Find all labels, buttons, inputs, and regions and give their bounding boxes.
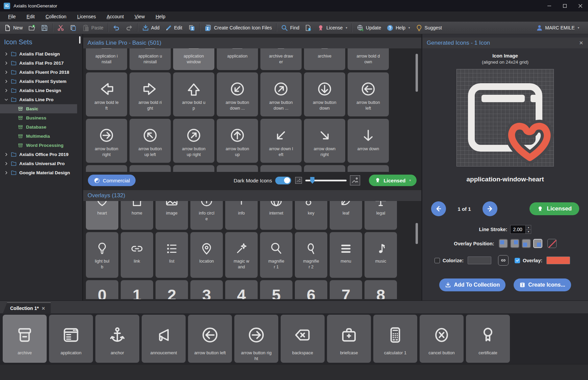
menu-item[interactable]: Account — [101, 12, 129, 21]
icon-tile[interactable] — [304, 165, 345, 172]
icon-tile[interactable]: arrow down — [348, 119, 389, 163]
icon-tile[interactable]: arrow bold left — [86, 72, 127, 116]
update-button[interactable]: Update — [354, 23, 384, 33]
collection-icon-tile[interactable]: anchor — [95, 315, 139, 363]
close-button[interactable] — [572, 0, 588, 12]
licensed-button[interactable]: Licensed — [530, 202, 579, 215]
overlay-number-tile[interactable]: 2 — [156, 280, 188, 299]
line-stroke-stepper[interactable]: ▲▼ — [525, 225, 531, 233]
overlay-position-bottom-left-button[interactable] — [522, 239, 531, 248]
cut-button[interactable] — [54, 23, 67, 33]
icon-tile[interactable]: archive drawer — [260, 48, 302, 70]
icon-grid-viewport[interactable]: application install application uninstal… — [83, 48, 421, 172]
icon-tile[interactable]: arrow down left — [260, 119, 302, 163]
menu-item[interactable]: Licenses — [72, 12, 101, 21]
overlay-position-top-left-button[interactable] — [499, 239, 508, 248]
menu-item[interactable]: Help — [150, 12, 171, 21]
menu-item[interactable]: File — [3, 12, 21, 21]
overlay-number-tile[interactable]: 1 — [121, 280, 153, 299]
license-button[interactable]: License▾ — [314, 23, 350, 33]
sidebar-item[interactable]: Word Processing — [0, 141, 77, 150]
link-colors-button[interactable] — [498, 255, 509, 266]
overlay-tile[interactable]: home — [121, 201, 153, 230]
overlays-grid-viewport[interactable]: heart home image info circle info intern… — [83, 201, 421, 299]
dark-mode-toggle[interactable] — [275, 177, 291, 184]
icon-size-slider[interactable] — [305, 177, 347, 184]
icon-tile[interactable]: arrow button up left — [130, 119, 171, 163]
overlay-number-tile[interactable]: 6 — [295, 280, 327, 299]
sidebar-item[interactable]: Google Material Design — [0, 168, 77, 177]
icon-tile[interactable]: arrow button left — [348, 72, 389, 116]
next-icon-button[interactable] — [483, 201, 497, 216]
undo-button[interactable] — [110, 23, 123, 33]
tab-close-icon[interactable]: ✕ — [42, 306, 45, 311]
copy-button[interactable] — [67, 23, 79, 33]
prev-icon-button[interactable] — [431, 201, 446, 216]
icon-tile[interactable] — [173, 165, 214, 172]
redo-button[interactable] — [123, 23, 136, 33]
overlay-checkbox[interactable] — [515, 258, 520, 263]
collection-icon-tile[interactable]: briefcase — [327, 315, 371, 363]
save-button[interactable] — [38, 23, 51, 33]
duplicate-button[interactable] — [185, 23, 198, 33]
overlay-tile[interactable]: link — [121, 232, 153, 278]
add-to-collection-button[interactable]: Add To Collection — [439, 278, 505, 291]
colorize-checkbox[interactable] — [434, 258, 440, 263]
paste-button[interactable]: Paste — [79, 23, 106, 33]
new-button[interactable]: New — [1, 23, 25, 33]
sidebar-item[interactable]: Business — [0, 113, 77, 122]
icon-tile[interactable] — [348, 165, 389, 172]
sidebar-item[interactable]: Axialis Flat Design — [0, 49, 77, 59]
menu-item[interactable]: Collection — [40, 12, 72, 21]
help-button[interactable]: Help▾ — [384, 23, 413, 33]
sidebar-item[interactable]: Basic — [0, 104, 77, 113]
add-button[interactable]: Add — [139, 23, 162, 33]
overlay-tile[interactable]: magnifier 2 — [295, 232, 327, 278]
suggest-button[interactable]: Suggest — [413, 23, 445, 33]
overlay-tile[interactable]: key — [295, 201, 327, 230]
create-collection-icon-files-button[interactable]: Create Collection Icon Files — [202, 23, 275, 33]
overlay-number-tile[interactable]: 0 — [86, 280, 118, 299]
icon-tile[interactable]: arrow button down — [304, 72, 345, 116]
icon-tile[interactable]: arrow button up — [217, 119, 258, 163]
menu-item[interactable]: View — [129, 12, 150, 21]
overlay-tile[interactable]: music — [364, 232, 397, 278]
collection-icon-tile[interactable]: calculator 1 — [373, 315, 417, 363]
icon-grid-scrollbar[interactable] — [416, 54, 418, 92]
icon-tile[interactable]: arrow button down ... — [217, 72, 258, 116]
minimize-button[interactable] — [541, 0, 557, 12]
overlay-tile[interactable]: magic wand — [225, 232, 258, 278]
icon-tile[interactable]: arrow bold right — [130, 72, 171, 116]
find-button[interactable]: Find — [278, 23, 302, 33]
icon-tile[interactable]: application — [217, 48, 258, 70]
collection-icon-tile[interactable]: backspace — [281, 315, 325, 363]
sidebar-item[interactable]: Axialis Fluent Pro 2018 — [0, 68, 77, 77]
licensed-dropdown[interactable]: Licensed▾ — [369, 175, 417, 186]
overlay-number-tile[interactable]: 3 — [190, 280, 223, 299]
overlay-tile[interactable]: location — [190, 232, 223, 278]
collection-icon-tile[interactable]: certificate — [466, 315, 510, 363]
line-stroke-input[interactable]: 2.00 — [511, 225, 525, 233]
document-info-button[interactable] — [302, 23, 314, 33]
icon-tile[interactable] — [86, 165, 127, 172]
overlay-tile[interactable]: heart — [86, 201, 118, 230]
sidebar-item[interactable]: Axialis Line Pro — [0, 95, 77, 104]
icon-tile[interactable] — [260, 165, 302, 172]
slider-thumb[interactable] — [310, 177, 314, 184]
overlay-tile[interactable]: light bulb — [86, 232, 118, 278]
overlay-tile[interactable]: internet — [260, 201, 292, 230]
sidebar-item[interactable]: Axialis Office Pro 2019 — [0, 150, 77, 159]
sidebar-item[interactable]: Axialis Universal Pro — [0, 159, 77, 168]
collection-icon-tile[interactable]: application — [49, 315, 93, 363]
overlay-number-tile[interactable]: 5 — [260, 280, 292, 299]
overlay-tile[interactable]: legal — [364, 201, 397, 230]
sidebar-item[interactable]: Database — [0, 122, 77, 132]
overlay-tile[interactable]: magnifier 1 — [260, 232, 292, 278]
icon-tile[interactable]: archive — [304, 48, 345, 70]
sidebar-scrollbar[interactable] — [79, 36, 80, 44]
icon-tile[interactable] — [130, 165, 171, 172]
icon-tile[interactable]: arrow button up right — [173, 119, 214, 163]
overlay-color-swatch[interactable] — [546, 256, 570, 264]
sidebar-item[interactable]: Axialis Fluent System — [0, 77, 77, 86]
overlays-scrollbar[interactable] — [416, 223, 418, 244]
